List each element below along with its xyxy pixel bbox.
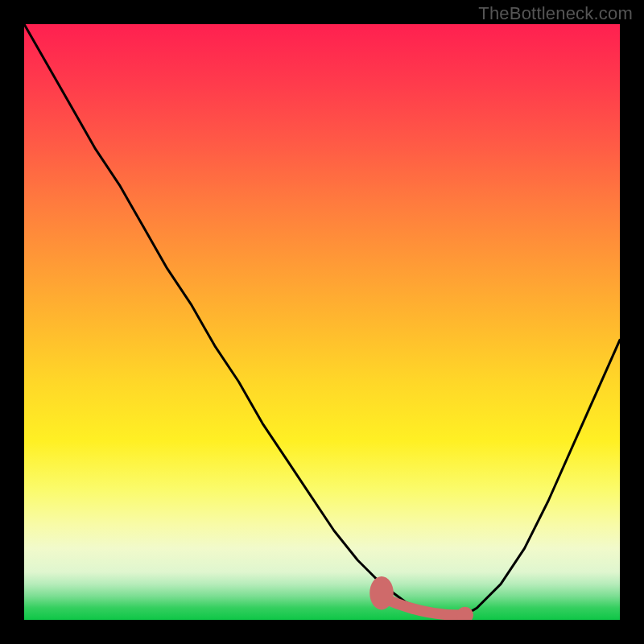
plot-area — [24, 24, 620, 620]
curve-layer — [24, 24, 620, 620]
flat-zone-end — [456, 607, 473, 620]
flat-band — [382, 597, 465, 615]
bottleneck-curve — [24, 24, 620, 617]
flat-zone-start — [369, 576, 394, 609]
watermark-text: TheBottleneck.com — [478, 3, 633, 24]
chart-frame: TheBottleneck.com — [0, 0, 644, 644]
